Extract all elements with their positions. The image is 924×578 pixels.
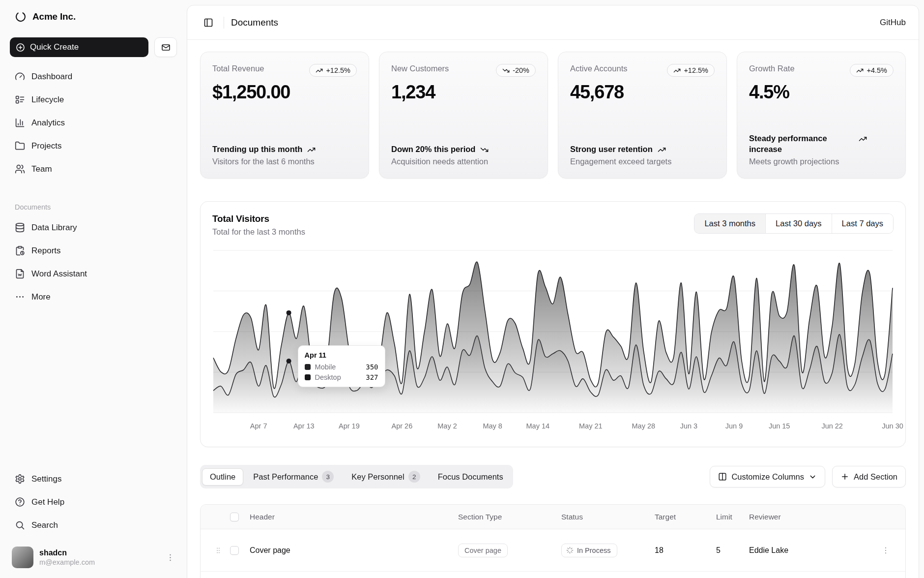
clipboard-icon [15, 245, 25, 256]
database-icon [15, 222, 25, 233]
target-cell[interactable]: 18 [655, 546, 716, 555]
chart-tooltip: Apr 11 Mobile 350 Desktop 327 [298, 345, 385, 387]
trend-badge: -20% [496, 64, 536, 77]
svg-text:May 21: May 21 [579, 422, 603, 430]
stat-card-title: New Customers [391, 64, 449, 73]
tooltip-row-desktop: Desktop 327 [305, 373, 378, 381]
chevron-down-icon [808, 473, 817, 481]
columns-icon [718, 472, 727, 481]
trend-badge: +12.5% [667, 64, 715, 77]
sections-table: Header Section Type Status Target Limit … [200, 504, 906, 578]
range-toggle-group: Last 3 months Last 30 days Last 7 days [694, 213, 894, 234]
github-link[interactable]: GitHub [880, 18, 906, 28]
tooltip-date: Apr 11 [305, 351, 378, 359]
panel-left-icon [203, 18, 213, 28]
add-section-button[interactable]: Add Section [832, 466, 906, 487]
trending-up-icon [316, 67, 323, 74]
sidebar-item-word-assistant[interactable]: Word Assistant [10, 262, 177, 285]
dots-vertical-icon[interactable] [166, 553, 175, 562]
sidebar-item-projects[interactable]: Projects [10, 134, 177, 157]
trending-up-icon [658, 146, 666, 154]
select-all-checkbox[interactable] [230, 513, 239, 521]
loader-icon [566, 547, 574, 554]
sidebar-nav: Dashboard Lifecycle Analytics [10, 65, 177, 181]
sidebar-item-analytics[interactable]: Analytics [10, 111, 177, 134]
row-header-cell[interactable]: Cover page [250, 546, 458, 555]
tab-focus-documents[interactable]: Focus Documents [430, 468, 511, 486]
divider [224, 17, 224, 29]
user-email: m@example.com [39, 558, 160, 567]
visitors-chart-card: Total Visitors Total for the last 3 mont… [200, 201, 906, 447]
gauge-icon [15, 71, 25, 82]
stat-card-title: Active Accounts [570, 64, 627, 73]
tooltip-row-mobile: Mobile 350 [305, 363, 378, 371]
sidebar-item-search[interactable]: Search [10, 514, 177, 537]
range-last-3-months[interactable]: Last 3 months [694, 214, 765, 233]
stat-card-growth-rate: Growth Rate +4.5% 4.5% Steady performanc… [737, 52, 906, 179]
row-menu-icon[interactable] [872, 546, 899, 555]
svg-text:May 28: May 28 [632, 422, 655, 430]
status-badge: In Process [561, 544, 617, 557]
sidebar-item-label: Reports [31, 246, 61, 256]
sidebar-item-more[interactable]: More [10, 285, 177, 308]
sidebar-footer: Settings Get Help Search shadcn m@exampl… [10, 467, 177, 571]
section-type-badge: Cover page [458, 544, 508, 557]
sidebar-item-settings[interactable]: Settings [10, 467, 177, 490]
stat-cards: Total Revenue +12.5% $1,250.00 Trending … [200, 52, 906, 179]
chart-subtitle: Total for the last 3 months [212, 227, 305, 237]
tab-key-personnel[interactable]: Key Personnel 2 [344, 467, 428, 487]
brand[interactable]: Acme Inc. [10, 7, 177, 27]
tab-count-badge: 3 [322, 471, 334, 483]
stat-card-value: $1,250.00 [212, 82, 357, 103]
sidebar-toggle-button[interactable] [200, 14, 217, 31]
sidebar-item-label: Lifecycle [31, 95, 64, 105]
limit-cell[interactable]: 5 [716, 546, 749, 555]
drag-handle-icon[interactable] [206, 546, 230, 555]
sidebar-item-label: Settings [31, 474, 61, 484]
user-menu[interactable]: shadcn m@example.com [10, 544, 177, 571]
reviewer-cell[interactable]: Eddie Lake [749, 546, 872, 555]
search-icon [15, 520, 25, 530]
sidebar-item-label: Team [31, 164, 52, 174]
trending-down-icon [480, 146, 489, 154]
area-chart[interactable]: Apr 7Apr 13Apr 19Apr 26May 2May 8May 14M… [212, 247, 894, 430]
range-last-30-days[interactable]: Last 30 days [765, 214, 832, 233]
page-title: Documents [231, 17, 278, 28]
topbar: Documents GitHub [187, 5, 919, 40]
trend-badge: +12.5% [309, 64, 357, 77]
svg-text:May 8: May 8 [483, 422, 502, 430]
user-name: shadcn [39, 548, 160, 558]
file-w-icon [15, 269, 25, 279]
stat-card-value: 4.5% [749, 82, 894, 103]
sidebar-item-get-help[interactable]: Get Help [10, 490, 177, 514]
sidebar-item-reports[interactable]: Reports [10, 239, 177, 262]
svg-text:Jun 30: Jun 30 [882, 422, 903, 430]
users-icon [15, 164, 25, 174]
tab-outline[interactable]: Outline [202, 468, 243, 486]
mobile-swatch [305, 364, 311, 370]
row-checkbox[interactable] [230, 546, 239, 555]
column-header: Target [655, 513, 716, 521]
tab-past-performance[interactable]: Past Performance 3 [245, 467, 342, 487]
sidebar-item-label: Get Help [31, 497, 64, 507]
sidebar: Acme Inc. Quick Create [0, 0, 187, 578]
range-last-7-days[interactable]: Last 7 days [832, 214, 893, 233]
sidebar-item-dashboard[interactable]: Dashboard [10, 65, 177, 88]
folder-icon [15, 141, 25, 151]
sidebar-item-label: Search [31, 520, 58, 530]
sidebar-item-lifecycle[interactable]: Lifecycle [10, 88, 177, 111]
chart-bar-icon [15, 118, 25, 128]
inbox-button[interactable] [154, 37, 177, 57]
circle-plus-icon [16, 43, 25, 52]
sidebar-item-team[interactable]: Team [10, 157, 177, 181]
trend-badge: +4.5% [850, 64, 894, 77]
customize-columns-button[interactable]: Customize Columns [710, 466, 825, 487]
help-icon [15, 497, 25, 507]
table-row: Table of contents Table of contents Done… [201, 572, 905, 578]
column-header: Header [250, 513, 458, 521]
svg-text:Apr 26: Apr 26 [392, 422, 413, 430]
quick-create-button[interactable]: Quick Create [10, 37, 148, 57]
sidebar-item-data-library[interactable]: Data Library [10, 216, 177, 239]
column-header: Limit [716, 513, 749, 521]
desktop-swatch [305, 374, 311, 380]
